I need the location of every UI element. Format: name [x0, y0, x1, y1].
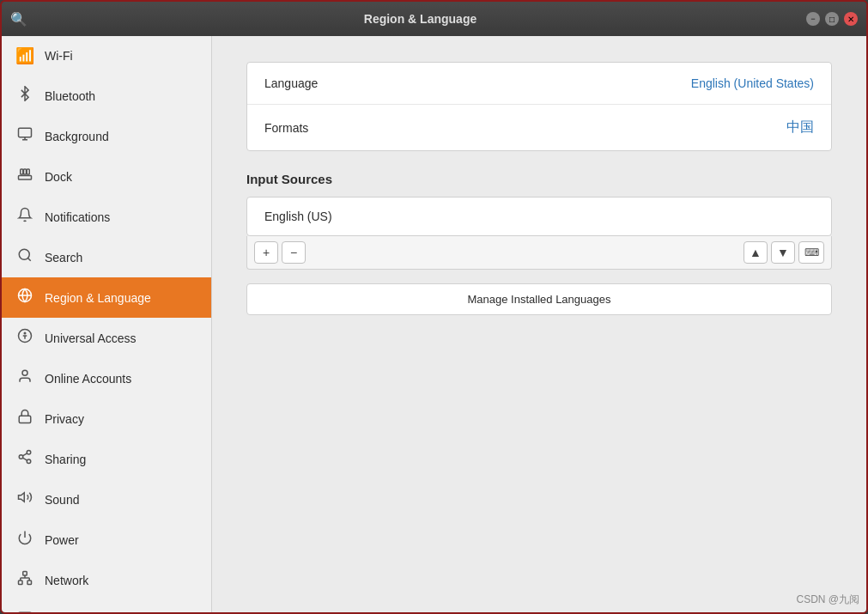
svg-rect-6 — [27, 169, 29, 174]
input-sources-toolbar: + − ▲ ▼ ⌨ — [246, 236, 832, 270]
sharing-icon — [15, 449, 34, 469]
online-accounts-icon — [15, 368, 34, 388]
svg-rect-5 — [24, 169, 27, 174]
sidebar-item-power[interactable]: Power — [2, 520, 211, 560]
sidebar-label-wifi: Wi-Fi — [45, 49, 73, 63]
sidebar-item-region-language[interactable]: Region & Language — [2, 277, 211, 318]
svg-rect-23 — [19, 581, 23, 585]
sidebar-item-online-accounts[interactable]: Online Accounts — [2, 358, 211, 398]
remove-input-source-button[interactable]: − — [282, 241, 306, 264]
move-down-button[interactable]: ▼ — [771, 241, 795, 264]
watermark: CSDN @九阅 — [796, 593, 859, 607]
window-controls: － □ ✕ — [806, 12, 858, 26]
settings-window: 🔍 Region & Language － □ ✕ 📶 Wi-Fi Blueto… — [0, 0, 868, 614]
input-source-english-us[interactable]: English (US) — [247, 198, 831, 235]
keyboard-layout-button[interactable]: ⌨ — [798, 241, 824, 264]
sidebar-label-search: Search — [45, 251, 82, 264]
svg-point-16 — [19, 455, 23, 459]
sidebar-item-sound[interactable]: Sound — [2, 479, 211, 520]
sidebar-item-universal-access[interactable]: Universal Access — [2, 318, 211, 358]
maximize-button[interactable]: □ — [825, 12, 839, 26]
manage-installed-languages-button[interactable]: Manage Installed Languages — [246, 283, 832, 315]
sidebar-item-notifications[interactable]: Notifications — [2, 197, 211, 237]
formats-row[interactable]: Formats 中国 — [247, 105, 831, 150]
language-label: Language — [264, 76, 691, 90]
wifi-icon: 📶 — [15, 46, 34, 65]
sidebar-label-privacy: Privacy — [45, 412, 84, 426]
input-sources-list: English (US) — [246, 197, 832, 236]
language-formats-card: Language English (United States) Formats… — [246, 62, 832, 151]
background-icon — [15, 126, 34, 146]
svg-marker-20 — [19, 493, 25, 502]
toolbar-nav: ▲ ▼ — [744, 241, 795, 264]
svg-line-19 — [22, 453, 27, 456]
sidebar-item-network[interactable]: Network — [2, 560, 211, 600]
sidebar-item-bluetooth[interactable]: Bluetooth — [2, 76, 211, 116]
close-button[interactable]: ✕ — [844, 12, 858, 26]
svg-point-15 — [27, 451, 31, 455]
move-up-button[interactable]: ▲ — [744, 241, 768, 264]
network-icon — [15, 570, 34, 590]
input-sources-title: Input Sources — [246, 172, 832, 186]
input-source-label: English (US) — [264, 210, 332, 223]
sidebar-label-network: Network — [45, 574, 88, 587]
sound-icon — [15, 489, 34, 509]
sidebar-label-sound: Sound — [45, 493, 79, 507]
sidebar-item-background[interactable]: Background — [2, 116, 211, 156]
search-nav-icon — [15, 247, 34, 267]
universal-access-icon — [15, 328, 34, 348]
svg-point-12 — [24, 332, 26, 334]
sidebar-label-notifications: Notifications — [45, 210, 110, 224]
svg-line-8 — [27, 258, 30, 260]
sidebar-label-background: Background — [45, 130, 109, 143]
svg-rect-3 — [19, 176, 32, 180]
sidebar-item-privacy[interactable]: Privacy — [2, 398, 211, 439]
sidebar-label-sharing: Sharing — [45, 453, 86, 466]
window-title: Region & Language — [34, 12, 806, 26]
sidebar-item-devices[interactable]: Devices › — [2, 600, 211, 612]
add-input-source-button[interactable]: + — [254, 241, 278, 264]
svg-rect-24 — [23, 572, 27, 576]
notifications-icon — [15, 207, 34, 227]
svg-rect-14 — [19, 416, 31, 423]
sidebar-item-dock[interactable]: Dock — [2, 156, 211, 197]
svg-rect-4 — [21, 169, 23, 174]
titlebar: 🔍 Region & Language － □ ✕ — [2, 2, 866, 36]
sidebar-label-power: Power — [45, 533, 79, 547]
sidebar-label-online-accounts: Online Accounts — [45, 372, 131, 386]
sidebar-item-sharing[interactable]: Sharing — [2, 439, 211, 479]
sidebar-label-bluetooth: Bluetooth — [45, 89, 95, 103]
svg-line-18 — [22, 458, 27, 460]
formats-value: 中国 — [786, 119, 814, 137]
minimize-button[interactable]: － — [806, 12, 820, 26]
content-area: Language English (United States) Formats… — [212, 36, 866, 612]
region-language-icon — [15, 288, 34, 307]
dock-icon — [15, 167, 34, 186]
svg-rect-22 — [27, 581, 32, 585]
language-row[interactable]: Language English (United States) — [247, 63, 831, 105]
svg-point-17 — [27, 459, 31, 464]
formats-label: Formats — [264, 121, 786, 135]
sidebar-label-dock: Dock — [45, 170, 72, 184]
sidebar-item-search[interactable]: Search — [2, 237, 211, 277]
language-value: English (United States) — [691, 76, 814, 90]
svg-point-7 — [19, 249, 29, 259]
svg-point-13 — [22, 370, 27, 375]
privacy-icon — [15, 409, 34, 429]
sidebar: 📶 Wi-Fi Bluetooth Background Dock — [2, 36, 212, 612]
sidebar-label-region-language: Region & Language — [45, 291, 151, 305]
devices-icon — [15, 611, 34, 612]
svg-rect-0 — [19, 128, 32, 137]
sidebar-label-universal-access: Universal Access — [45, 331, 137, 345]
bluetooth-icon — [15, 86, 34, 106]
search-icon[interactable]: 🔍 — [10, 11, 27, 27]
main-container: 📶 Wi-Fi Bluetooth Background Dock — [2, 36, 866, 612]
sidebar-item-wifi[interactable]: 📶 Wi-Fi — [2, 36, 211, 76]
power-icon — [15, 530, 34, 550]
